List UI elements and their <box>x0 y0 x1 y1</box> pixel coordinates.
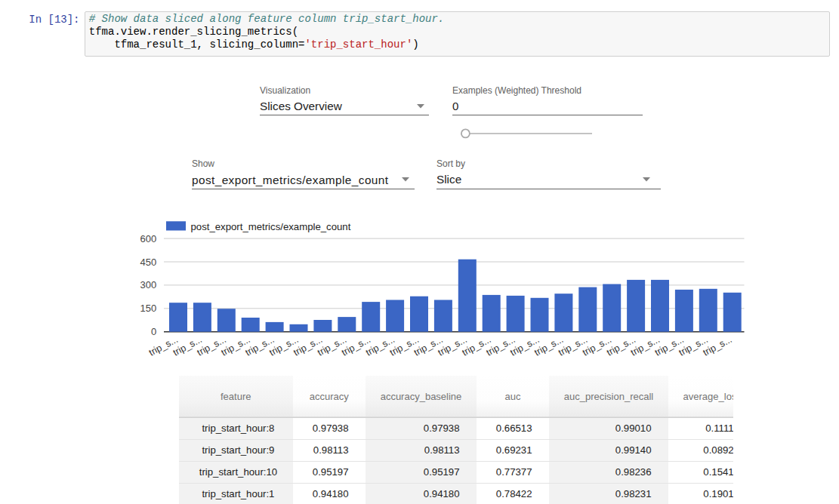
svg-text:150: 150 <box>140 303 157 314</box>
svg-text:600: 600 <box>140 233 157 244</box>
svg-text:0: 0 <box>151 326 156 337</box>
svg-text:450: 450 <box>140 257 157 268</box>
svg-text:300: 300 <box>140 279 157 290</box>
svg-text:post_export_metrics/example_co: post_export_metrics/example_count <box>191 221 351 232</box>
